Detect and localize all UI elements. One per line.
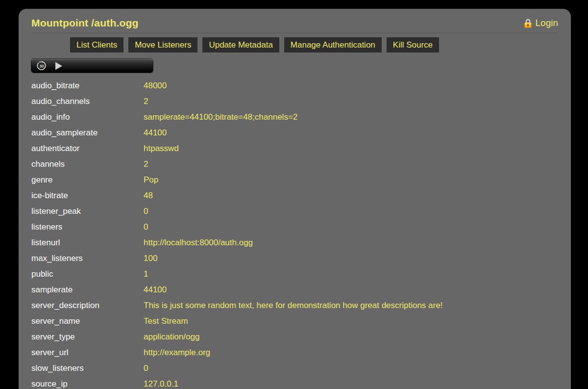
row-key: listenurl — [31, 238, 144, 248]
row-key: audio_samplerate — [31, 128, 144, 138]
row-value: Test Stream — [144, 316, 188, 326]
row-value: application/ogg — [144, 332, 199, 342]
row-key: server_url — [31, 348, 144, 358]
audio-player[interactable]: 30 — [31, 59, 153, 73]
row-value: http://example.org — [144, 348, 210, 358]
row-key: listeners — [31, 222, 144, 232]
table-row: server_typeapplication/ogg — [31, 329, 558, 345]
row-value: 44100 — [144, 285, 167, 295]
row-key: authenticator — [31, 144, 144, 154]
table-row: max_listeners100 — [31, 251, 558, 266]
table-row: slow_listeners0 — [31, 361, 558, 376]
row-value: http://localhost:8000/auth.ogg — [144, 238, 253, 248]
row-key: samplerate — [31, 285, 144, 295]
table-row: ice-bitrate48 — [31, 188, 558, 204]
table-row: genrePop — [31, 172, 558, 188]
row-value: 2 — [144, 159, 148, 169]
nav-bar: List ClientsMove ListenersUpdate Metadat… — [70, 37, 558, 52]
row-key: max_listeners — [31, 254, 144, 263]
row-key: audio_bitrate — [31, 81, 144, 91]
login-link[interactable]: Login — [524, 18, 559, 28]
rewind-30-button[interactable]: 30 — [36, 60, 47, 71]
table-row: public1 — [31, 266, 558, 282]
nav-button-move-listeners[interactable]: Move Listeners — [128, 37, 197, 52]
nav-button-list-clients[interactable]: List Clients — [70, 37, 123, 52]
table-row: audio_bitrate48000 — [31, 78, 558, 94]
row-value: Pop — [144, 175, 158, 185]
row-key: audio_channels — [31, 97, 144, 106]
row-value: 44100 — [144, 128, 167, 138]
nav-button-update-metadata[interactable]: Update Metadata — [202, 37, 279, 52]
table-row: samplerate44100 — [31, 282, 558, 298]
table-row: authenticatorhtpasswd — [31, 141, 558, 156]
table-row: server_descriptionThis is just some rand… — [31, 298, 558, 313]
nav-button-manage-authentication[interactable]: Manage Authentication — [284, 37, 382, 52]
row-key: server_name — [31, 316, 144, 326]
nav-button-kill-source[interactable]: Kill Source — [387, 37, 439, 52]
row-value: 1 — [144, 269, 148, 279]
row-value: 0 — [144, 207, 148, 216]
row-value: 2 — [144, 97, 148, 106]
row-key: server_description — [31, 301, 144, 311]
table-row: audio_infosamplerate=44100;bitrate=48;ch… — [31, 109, 558, 125]
table-row: listener_peak0 — [31, 204, 558, 219]
row-key: ice-bitrate — [31, 191, 144, 201]
row-value: 100 — [144, 254, 157, 263]
page-title: Mountpoint /auth.ogg — [31, 17, 139, 28]
row-value: 48 — [144, 191, 153, 201]
play-button[interactable] — [55, 62, 63, 70]
header: Mountpoint /auth.ogg Login — [31, 9, 558, 33]
row-value: 0 — [144, 222, 148, 232]
row-key: public — [31, 269, 144, 279]
row-value: 0 — [144, 363, 148, 373]
row-key: source_ip — [31, 379, 144, 389]
svg-text:30: 30 — [39, 64, 44, 69]
row-value: samplerate=44100;bitrate=48;channels=2 — [144, 112, 297, 122]
row-value: This is just some random text, here for … — [144, 301, 442, 311]
row-value: htpasswd — [144, 144, 179, 154]
row-key: genre — [31, 175, 144, 185]
table-row: channels2 — [31, 156, 558, 172]
table-row: audio_samplerate44100 — [31, 125, 558, 141]
lock-icon — [524, 18, 532, 28]
table-row: server_nameTest Stream — [31, 313, 558, 329]
row-value: 127.0.0.1 — [144, 379, 178, 389]
row-key: channels — [31, 159, 144, 169]
login-label: Login — [536, 18, 559, 28]
row-key: slow_listeners — [31, 363, 144, 373]
row-key: listener_peak — [31, 207, 144, 216]
mountpoint-panel: Mountpoint /auth.ogg Login List ClientsM… — [19, 9, 571, 389]
row-key: server_type — [31, 332, 144, 342]
row-value: 48000 — [144, 81, 167, 91]
table-row: source_ip127.0.0.1 — [31, 376, 558, 389]
table-row: audio_channels2 — [31, 94, 558, 109]
row-key: audio_info — [31, 112, 144, 122]
mount-details-table: audio_bitrate48000audio_channels2audio_i… — [31, 78, 558, 389]
table-row: listenurlhttp://localhost:8000/auth.ogg — [31, 235, 558, 251]
table-row: server_urlhttp://example.org — [31, 345, 558, 361]
table-row: listeners0 — [31, 219, 558, 235]
